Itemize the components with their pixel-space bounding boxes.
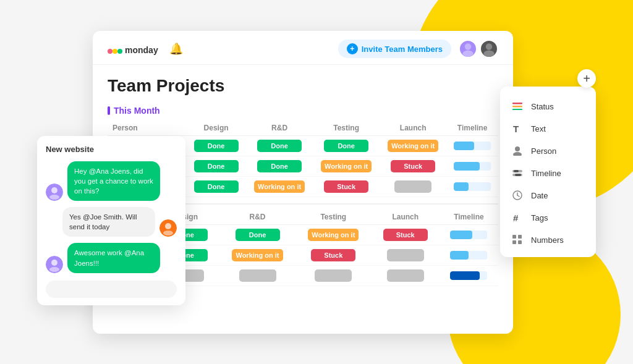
svg-point-2 bbox=[117, 49, 122, 54]
dropdown-item-text[interactable]: T Text bbox=[500, 117, 596, 140]
col-name: Person bbox=[108, 121, 186, 136]
svg-point-33 bbox=[51, 260, 57, 266]
cell-launch bbox=[372, 266, 440, 286]
col2-rd: R&D bbox=[219, 210, 295, 225]
invite-plus-icon: + bbox=[347, 43, 358, 54]
svg-point-1 bbox=[113, 49, 117, 54]
cell-timeline bbox=[446, 177, 498, 197]
dropdown-item-label: Date bbox=[531, 191, 548, 200]
svg-rect-50 bbox=[518, 235, 522, 239]
add-column-button[interactable]: + bbox=[577, 69, 596, 88]
svg-point-4 bbox=[465, 43, 471, 49]
panel-header: monday 🔔 + Invite Team Members bbox=[93, 31, 513, 65]
cell-rd: Done bbox=[246, 156, 313, 177]
invite-team-button[interactable]: + Invite Team Members bbox=[338, 40, 451, 58]
cell-design: Done bbox=[186, 136, 246, 156]
svg-point-40 bbox=[513, 152, 522, 156]
dropdown-item-icon bbox=[511, 145, 524, 157]
cell-design: Done bbox=[186, 156, 246, 177]
avatar-user2 bbox=[480, 40, 498, 58]
dropdown-item-label: Numbers bbox=[531, 235, 564, 245]
cell-timeline bbox=[446, 136, 498, 156]
dropdown-item-icon bbox=[511, 234, 524, 246]
cell-rd: Done bbox=[219, 225, 295, 245]
cell-testing: Working on it bbox=[295, 225, 372, 245]
logo-area: monday 🔔 bbox=[108, 41, 183, 56]
col-launch: Launch bbox=[380, 121, 446, 136]
chat-panel: New website Hey @Ana Joens, did you get … bbox=[37, 136, 185, 305]
cell-launch: Working on it bbox=[380, 136, 446, 156]
cell-launch bbox=[372, 245, 440, 266]
dropdown-item-icon bbox=[511, 189, 524, 201]
cell-design: Done bbox=[186, 177, 246, 197]
svg-rect-37 bbox=[512, 109, 522, 110]
cell-testing bbox=[295, 266, 372, 286]
svg-point-27 bbox=[51, 187, 57, 193]
svg-point-34 bbox=[49, 267, 59, 272]
dropdown-item-date[interactable]: Date bbox=[500, 184, 596, 206]
svg-rect-44 bbox=[515, 174, 521, 176]
cell-testing: Done bbox=[313, 136, 380, 156]
col-timeline: Timeline bbox=[446, 121, 498, 136]
dropdown-item-icon: # bbox=[511, 211, 524, 224]
col-testing: Testing bbox=[313, 121, 380, 136]
svg-line-47 bbox=[517, 195, 519, 197]
chat-avatar bbox=[46, 184, 63, 201]
dropdown-item-tags[interactable]: # Tags bbox=[500, 206, 596, 229]
dropdown-item-timeline[interactable]: Timeline bbox=[500, 162, 596, 184]
chat-input-bar[interactable] bbox=[46, 281, 177, 298]
chat-title: New website bbox=[46, 145, 177, 154]
dropdown-item-numbers[interactable]: Numbers bbox=[500, 229, 596, 251]
dropdown-item-icon: T bbox=[511, 122, 524, 135]
chat-message: Hey @Ana Joens, did you get a chance to … bbox=[46, 161, 177, 201]
svg-rect-43 bbox=[514, 170, 519, 172]
cell-launch bbox=[380, 177, 446, 197]
svg-rect-36 bbox=[512, 106, 522, 108]
svg-point-39 bbox=[515, 146, 520, 151]
col2-timeline: Timeline bbox=[440, 210, 498, 225]
header-right: + Invite Team Members bbox=[338, 40, 498, 58]
cell-rd bbox=[219, 266, 295, 286]
col-design: Design bbox=[186, 121, 246, 136]
svg-text:#: # bbox=[513, 213, 519, 222]
dropdown-item-label: Status bbox=[531, 102, 554, 111]
invite-btn-label: Invite Team Members bbox=[362, 44, 443, 54]
svg-point-31 bbox=[163, 231, 173, 235]
cell-rd: Done bbox=[246, 136, 313, 156]
cell-testing: Stuck bbox=[313, 177, 380, 197]
notification-icon[interactable]: 🔔 bbox=[169, 42, 183, 56]
dropdown-panel: Status T Text Person Timeline Date # Tag… bbox=[500, 87, 596, 257]
cell-timeline bbox=[440, 245, 498, 266]
cell-rd: Working on it bbox=[219, 245, 295, 266]
svg-point-5 bbox=[462, 51, 473, 57]
chat-message: Awesome work @Ana Joens!!! bbox=[46, 243, 177, 273]
dropdown-item-label: Tags bbox=[531, 213, 548, 222]
cell-timeline bbox=[446, 156, 498, 177]
cell-timeline bbox=[440, 266, 498, 286]
chat-avatar bbox=[46, 256, 63, 273]
avatar-user1 bbox=[459, 40, 477, 58]
svg-point-28 bbox=[49, 195, 59, 200]
cell-testing: Stuck bbox=[295, 245, 372, 266]
svg-text:monday: monday bbox=[125, 45, 158, 55]
dropdown-item-icon bbox=[511, 167, 524, 179]
avatar-group bbox=[459, 40, 498, 58]
svg-rect-52 bbox=[518, 240, 522, 244]
dropdown-item-label: Timeline bbox=[531, 169, 561, 178]
cell-rd: Working on it bbox=[246, 177, 313, 197]
dropdown-item-person[interactable]: Person bbox=[500, 140, 596, 162]
svg-point-6 bbox=[486, 43, 492, 49]
dropdown-item-label: Person bbox=[531, 146, 556, 156]
cell-timeline bbox=[440, 225, 498, 245]
page-title: Team Projects bbox=[108, 76, 498, 96]
monday-logo: monday bbox=[108, 41, 163, 56]
svg-rect-51 bbox=[512, 240, 516, 244]
chat-bubble: Awesome work @Ana Joens!!! bbox=[67, 243, 160, 273]
dropdown-item-status[interactable]: Status bbox=[500, 95, 596, 117]
svg-text:T: T bbox=[513, 124, 519, 133]
cell-launch: Stuck bbox=[372, 225, 440, 245]
dropdown-item-icon bbox=[511, 100, 524, 112]
chat-message: Yes @Joe Smith. Will send it today bbox=[46, 207, 177, 237]
col2-launch: Launch bbox=[372, 210, 440, 225]
svg-rect-49 bbox=[512, 235, 516, 239]
